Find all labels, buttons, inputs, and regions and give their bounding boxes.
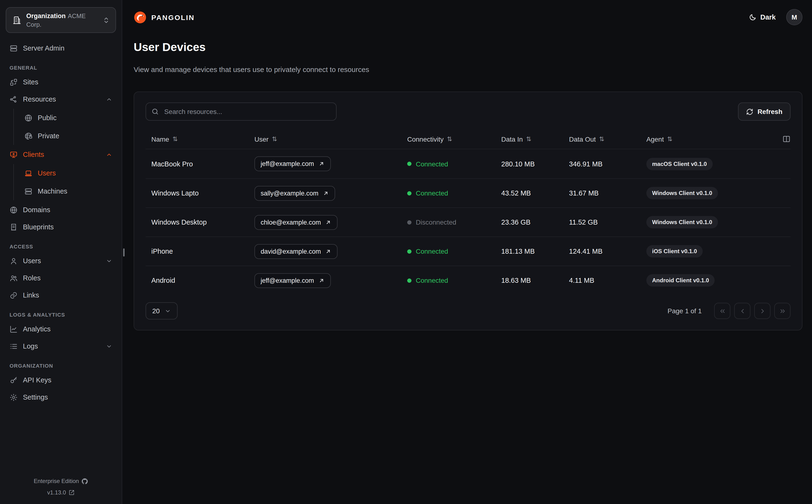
- device-name: iPhone: [145, 247, 249, 255]
- arrow-up-right-icon: [318, 277, 325, 283]
- pager: Page 1 of 1: [668, 303, 791, 319]
- gear-icon: [10, 393, 18, 401]
- brand-logo[interactable]: PANGOLIN: [134, 11, 195, 24]
- theme-toggle-label: Dark: [760, 13, 776, 21]
- theme-toggle[interactable]: Dark: [749, 13, 776, 21]
- sidebar-item-blueprints[interactable]: Blueprints: [6, 218, 116, 236]
- sidebar-item-server-admin[interactable]: Server Admin: [6, 40, 116, 57]
- globe-lock-icon: [24, 132, 32, 140]
- sites-icon: [10, 78, 18, 86]
- sidebar: Organization ACME Corp. Server Admin GEN…: [0, 0, 122, 504]
- chevron-left-icon: [739, 307, 746, 314]
- sidebar-item-label: Server Admin: [23, 44, 64, 52]
- data-in-value: 23.36 GB: [495, 218, 563, 226]
- data-in-value: 18.63 MB: [495, 277, 563, 284]
- edition-label: Enterprise Edition: [34, 478, 79, 484]
- agent-badge: Windows Client v0.1.0: [646, 216, 718, 228]
- connectivity-status: Connected: [407, 277, 448, 284]
- sidebar-item-api-keys[interactable]: API Keys: [6, 371, 116, 389]
- agent-badge: Android Client v0.1.0: [646, 274, 715, 287]
- chevron-up-icon: [106, 151, 112, 158]
- sidebar-item-label: Clients: [23, 150, 44, 159]
- sidebar-item-clients[interactable]: Clients: [6, 146, 116, 163]
- arrow-up-right-icon: [325, 219, 332, 225]
- table-row: Windows Lapto sally@example.com Connecte…: [145, 178, 791, 207]
- table-row: Windows Desktop chloe@example.com Discon…: [145, 207, 791, 237]
- sidebar-item-label: Resources: [23, 95, 56, 103]
- avatar[interactable]: M: [786, 9, 802, 25]
- github-icon: [82, 478, 88, 484]
- agent-badge: macOS Client v0.1.0: [646, 158, 713, 170]
- column-header-name[interactable]: Name⇅: [145, 135, 249, 143]
- sidebar-item-domains[interactable]: Domains: [6, 201, 116, 218]
- resources-icon: [10, 95, 18, 103]
- sidebar-item-label: Private: [38, 132, 59, 140]
- sidebar-item-settings[interactable]: Settings: [6, 389, 116, 406]
- chevrons-up-down-icon: [103, 16, 110, 24]
- scrollbar-thumb[interactable]: [123, 248, 124, 257]
- sidebar-item-label: API Keys: [23, 376, 51, 384]
- version-link[interactable]: v1.13.0: [6, 488, 116, 497]
- section-label-logs-analytics: LOGS & ANALYTICS: [6, 312, 116, 318]
- users-icon: [10, 274, 18, 282]
- last-page-button[interactable]: [774, 303, 791, 319]
- sort-icon: ⇅: [272, 135, 277, 143]
- search-wrap: [145, 103, 337, 121]
- next-page-button[interactable]: [754, 303, 771, 319]
- user-link-button[interactable]: chloe@example.com: [255, 215, 338, 230]
- column-header-user[interactable]: User⇅: [249, 135, 401, 143]
- user-link-button[interactable]: sally@example.com: [255, 186, 335, 201]
- sidebar-item-label: Logs: [23, 342, 38, 350]
- sidebar-item-label: Users: [38, 169, 56, 177]
- sidebar-item-sites[interactable]: Sites: [6, 73, 116, 91]
- brand-name: PANGOLIN: [151, 13, 195, 21]
- data-out-value: 124.41 MB: [563, 247, 641, 255]
- sidebar-item-logs[interactable]: Logs: [6, 338, 116, 355]
- sidebar-item-label: Roles: [23, 274, 41, 282]
- org-selector[interactable]: Organization ACME Corp.: [6, 7, 116, 33]
- edition-link[interactable]: Enterprise Edition: [6, 476, 116, 486]
- column-header-connectivity[interactable]: Connectivity⇅: [401, 135, 495, 143]
- column-visibility-icon[interactable]: [778, 135, 791, 143]
- agent-badge: Windows Client v0.1.0: [646, 187, 718, 199]
- prev-page-button[interactable]: [734, 303, 750, 319]
- column-header-data-out[interactable]: Data Out⇅: [563, 135, 641, 143]
- status-dot: [407, 191, 411, 195]
- user-link-button[interactable]: david@example.com: [255, 244, 338, 259]
- sidebar-item-resources[interactable]: Resources: [6, 91, 116, 108]
- sidebar-item-label: Domains: [23, 206, 50, 214]
- main-content: PANGOLIN Dark M User Devices View and ma…: [122, 0, 812, 504]
- sidebar-item-links[interactable]: Links: [6, 287, 116, 304]
- connectivity-status: Connected: [407, 248, 448, 255]
- sidebar-item-analytics[interactable]: Analytics: [6, 320, 116, 338]
- user-link-button[interactable]: jeff@example.com: [255, 156, 331, 171]
- chart-icon: [10, 325, 18, 333]
- device-name: Windows Lapto: [145, 189, 249, 197]
- arrow-up-right-icon: [325, 248, 332, 254]
- key-icon: [10, 376, 18, 384]
- user-link-button[interactable]: jeff@example.com: [255, 273, 331, 288]
- sidebar-item-private[interactable]: Private: [21, 127, 116, 145]
- page-size-select[interactable]: 20: [145, 302, 177, 319]
- refresh-button[interactable]: Refresh: [738, 103, 791, 121]
- connectivity-status: Connected: [407, 190, 448, 197]
- monitor-up-icon: [10, 150, 18, 159]
- chevron-down-icon: [164, 308, 171, 314]
- table-footer: 20 Page 1 of 1: [145, 302, 791, 319]
- column-header-data-in[interactable]: Data In⇅: [495, 135, 563, 143]
- search-input[interactable]: [145, 103, 337, 121]
- sidebar-item-public[interactable]: Public: [21, 109, 116, 127]
- sidebar-item-machines[interactable]: Machines: [21, 182, 116, 200]
- table-header: Name⇅ User⇅ Connectivity⇅ Data In⇅ Data …: [145, 129, 791, 149]
- column-header-agent[interactable]: Agent⇅: [641, 135, 778, 143]
- first-page-button[interactable]: [714, 303, 730, 319]
- sidebar-item-users-clients[interactable]: Users: [21, 164, 116, 182]
- server-icon: [10, 44, 18, 52]
- chevron-down-icon: [106, 258, 112, 264]
- device-name: MacBook Pro: [145, 160, 249, 168]
- sidebar-item-users-access[interactable]: Users: [6, 252, 116, 269]
- sidebar-item-label: Settings: [23, 393, 48, 401]
- sidebar-item-roles[interactable]: Roles: [6, 269, 116, 287]
- org-label: Organization: [26, 12, 66, 20]
- sort-icon: ⇅: [172, 135, 178, 143]
